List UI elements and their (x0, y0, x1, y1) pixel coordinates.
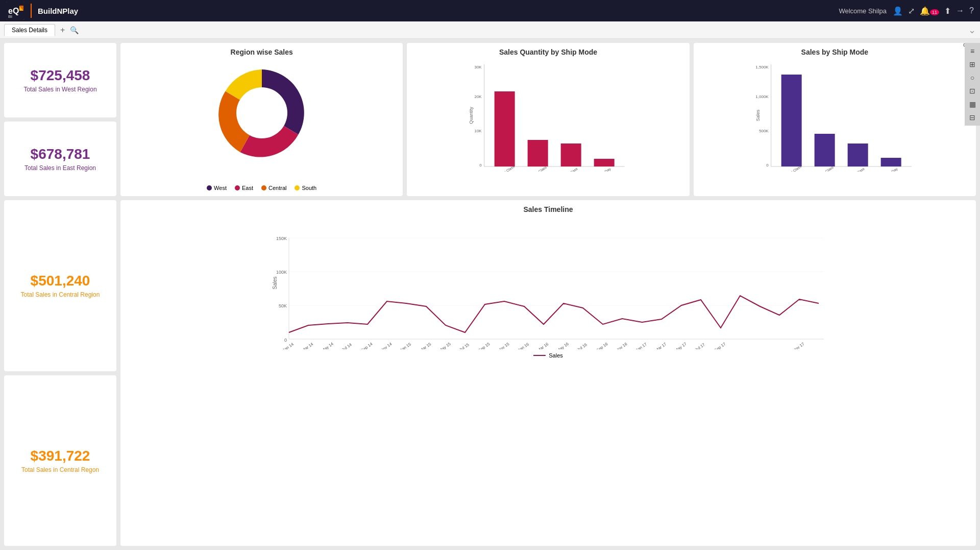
kpi-central-value: $501,240 (31, 273, 90, 289)
svg-text:Jul 14: Jul 14 (341, 342, 353, 349)
svg-text:0: 0 (766, 163, 769, 168)
qty-tick-30k: 30K (475, 65, 482, 69)
qty-tick-0: 0 (480, 163, 482, 168)
timeline-panel: Sales Timeline ⚙ Sales 0 50K 100K 150K (120, 200, 976, 546)
timeline-legend-label: Sales (549, 352, 563, 358)
svg-text:Nov 15: Nov 15 (497, 342, 510, 349)
legend-central: Central (261, 185, 286, 191)
bar-label-first: First Class (562, 166, 579, 172)
svg-text:Jan 14: Jan 14 (282, 342, 295, 349)
sales-ship-panel: Sales by Ship Mode Sales 0 500K 1,000K 1… (694, 43, 976, 196)
tab-sales-details[interactable]: Sales Details (4, 24, 55, 36)
legend-south-label: South (302, 185, 316, 191)
svg-text:Sep 16: Sep 16 (596, 342, 609, 349)
donut-chart-title: Region wise Sales (126, 48, 398, 56)
tab-bar: Sales Details + 🔍 ⌄ (0, 21, 980, 39)
qty-ship-svg: Quantity 0 10K 20K 30K Standard Class (412, 59, 684, 172)
legend-west-label: West (214, 185, 227, 191)
kpi-south: $391,722 Total Sales in Central Regon (4, 375, 116, 546)
qty-ship-body: Quantity 0 10K 20K 30K Standard Class (412, 59, 684, 191)
welcome-text: Welcome Shilpa (839, 7, 887, 15)
notification-badge: 11 (930, 9, 939, 15)
toolbar-filter-icon[interactable]: ≡ (968, 45, 976, 57)
arrow-icon[interactable]: → (956, 6, 964, 15)
toolbar-circle-icon[interactable]: ○ (968, 71, 976, 84)
svg-text:0: 0 (284, 338, 287, 343)
nav-divider (31, 4, 32, 18)
main-content: ≡ ⊞ ○ ⊡ ▦ ⊟ $725,458 Total Sales in West… (0, 39, 980, 550)
kpi-east-label: Total Sales in East Region (24, 164, 96, 172)
timeline-title: Sales Timeline (126, 205, 971, 213)
kpi-east-value: $678,781 (31, 146, 90, 162)
svg-text:Nov 16: Nov 16 (615, 342, 628, 349)
svg-text:Nov 17: Nov 17 (792, 342, 805, 349)
svg-text:Sep 14: Sep 14 (360, 342, 374, 349)
toolbar-grid-icon[interactable]: ⊞ (967, 58, 977, 70)
timeline-svg: Sales 0 50K 100K 150K Jan 14 M (126, 217, 971, 349)
svg-text:BI: BI (8, 14, 12, 19)
kpi-west-label: Total Sales in West Region (23, 86, 96, 93)
qty-ship-panel: Sales Quantity by Ship Mode Quantity 0 1… (407, 43, 689, 196)
svg-text:Same Day: Same Day (882, 166, 898, 172)
notification-icon[interactable]: 🔔11 (920, 6, 939, 16)
legend-east: East (235, 185, 253, 191)
kpi-west-value: $725,458 (31, 67, 90, 84)
sales-bar-same (880, 158, 901, 166)
kpi-central: $501,240 Total Sales in Central Region (4, 200, 116, 371)
bottom-row: $501,240 Total Sales in Central Region $… (4, 200, 976, 546)
bar-first-class (561, 144, 581, 166)
svg-text:1,500K: 1,500K (755, 65, 769, 69)
toolbar-minus-icon[interactable]: ⊟ (967, 111, 977, 124)
side-toolbar: ≡ ⊞ ○ ⊡ ▦ ⊟ (965, 43, 980, 126)
sales-ship-body: Sales 0 500K 1,000K 1,500K Standard Clas… (699, 59, 971, 191)
sales-bar-second (814, 134, 835, 166)
timeline-legend: Sales (126, 352, 971, 358)
svg-text:May 16: May 16 (556, 341, 570, 349)
donut-chart-body (126, 59, 398, 181)
svg-text:Jan 16: Jan 16 (517, 342, 530, 349)
legend-central-dot (261, 185, 266, 190)
tab-add-button[interactable]: + (57, 26, 68, 35)
logo-area: eQ BI BuildNPlay (6, 2, 78, 20)
bar-second-class (528, 140, 548, 166)
timeline-body: Sales 0 50K 100K 150K Jan 14 M (126, 217, 971, 541)
help-icon[interactable]: ? (969, 6, 974, 15)
svg-text:100K: 100K (276, 270, 287, 275)
svg-text:1,000K: 1,000K (755, 94, 769, 99)
svg-text:First Class: First Class (849, 166, 865, 172)
top-navigation: eQ BI BuildNPlay Welcome Shilpa 👤 ⤢ 🔔11 … (0, 0, 980, 21)
toolbar-table-icon[interactable]: ▦ (967, 98, 978, 110)
svg-text:May 14: May 14 (321, 341, 334, 349)
tab-search-icon[interactable]: 🔍 (70, 26, 79, 34)
legend-south: South (295, 185, 316, 191)
bar-same-day (594, 159, 615, 166)
collapse-icon[interactable]: ⌄ (968, 25, 976, 36)
kpi-column-bottom: $501,240 Total Sales in Central Region $… (4, 200, 116, 546)
user-icon[interactable]: 👤 (893, 6, 903, 16)
svg-text:Sales: Sales (272, 276, 278, 289)
svg-text:Jan 17: Jan 17 (635, 342, 648, 349)
svg-text:May 15: May 15 (438, 341, 452, 349)
svg-text:Sep 17: Sep 17 (714, 342, 727, 349)
kpi-south-label: Total Sales in Central Regon (21, 466, 99, 473)
topnav-right: Welcome Shilpa 👤 ⤢ 🔔11 ⬆ → ? (839, 6, 974, 16)
sales-bar-standard (781, 75, 801, 166)
toolbar-square-icon[interactable]: ⊡ (967, 85, 977, 97)
donut-legend: West East Central South (126, 185, 398, 191)
svg-text:Mar 14: Mar 14 (301, 342, 314, 349)
nav-icons: 👤 ⤢ 🔔11 ⬆ → ? (893, 6, 974, 16)
sales-ship-title: Sales by Ship Mode (699, 48, 971, 56)
app-name: BuildNPlay (38, 7, 78, 15)
upload-icon[interactable]: ⬆ (944, 6, 951, 16)
svg-text:Mar 16: Mar 16 (536, 342, 550, 349)
expand-icon[interactable]: ⤢ (908, 6, 915, 16)
kpi-east: $678,781 Total Sales in East Region (4, 122, 116, 196)
bar-label-same: Same Day (596, 166, 612, 172)
donut-chart-panel: Region wise Sales (120, 43, 403, 196)
legend-east-label: East (242, 185, 253, 191)
qty-y-label: Quantity (469, 107, 474, 124)
bar-standard-class (495, 91, 515, 166)
sales-ship-svg: Sales 0 500K 1,000K 1,500K Standard Clas… (699, 59, 971, 172)
svg-text:Nov 14: Nov 14 (380, 342, 393, 349)
svg-text:May 17: May 17 (674, 341, 688, 349)
